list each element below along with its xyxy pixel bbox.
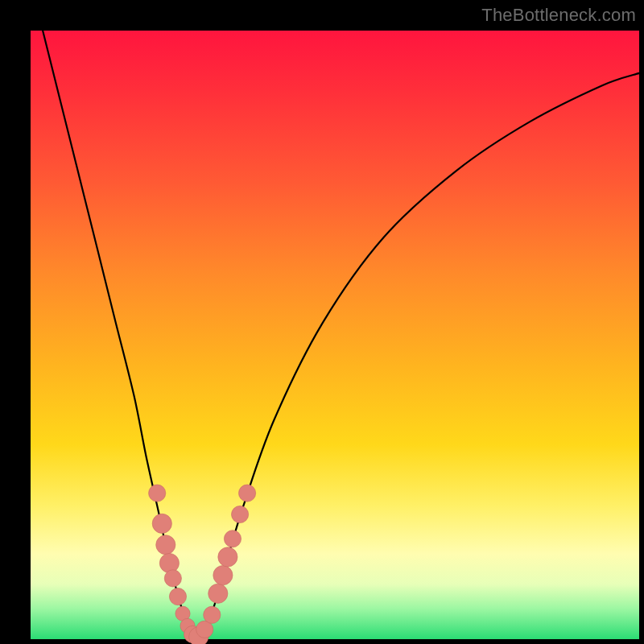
curve-marker <box>218 547 237 567</box>
curve-marker <box>208 584 228 603</box>
curve-markers <box>149 485 256 644</box>
curve-marker <box>169 588 186 605</box>
curve-marker <box>213 566 233 585</box>
plot-area <box>31 31 639 639</box>
curve-marker <box>156 535 175 555</box>
curve-marker <box>159 553 179 572</box>
bottleneck-curve-path <box>43 31 639 638</box>
curve-marker <box>224 530 241 547</box>
chart-frame: TheBottleneck.com <box>0 0 644 644</box>
curve-marker <box>232 506 249 522</box>
curve-marker <box>204 606 221 623</box>
curve-marker <box>239 485 256 502</box>
chart-svg <box>31 31 639 639</box>
watermark-text: TheBottleneck.com <box>481 5 636 26</box>
curve-marker <box>152 514 171 533</box>
curve-marker <box>164 570 181 587</box>
curve-marker <box>149 485 166 502</box>
